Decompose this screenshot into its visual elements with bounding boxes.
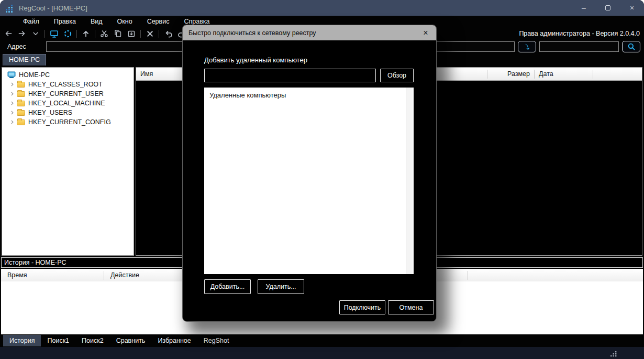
chevron-right-icon[interactable] [7,119,17,125]
tree-item-hkey-current-user[interactable]: HKEY_CURRENT_USER [2,89,134,99]
folder-icon [17,119,25,125]
minimize-button[interactable]: – [572,0,596,16]
column-date[interactable]: Дата [535,68,593,80]
tree-item-label: HKEY_CURRENT_CONFIG [28,118,111,126]
add-button[interactable]: Добавить... [204,279,251,294]
tree-item-label: HKEY_USERS [28,109,72,116]
bottom-tab-bar: История Поиск1 Поиск2 Сравнить Избранное… [0,334,644,347]
copy-icon[interactable] [112,28,124,39]
chevron-right-icon[interactable] [7,110,17,115]
remote-computers-list[interactable]: Удаленные компьютеры [204,88,414,274]
tab-search2[interactable]: Поиск2 [75,335,110,346]
title-bar: RegCool - [HOME-PC] – × [0,0,644,16]
maximize-button[interactable] [596,0,620,16]
menu-view[interactable]: Вид [83,17,110,26]
menu-file[interactable]: Файл [16,17,47,26]
tree-item-hkey-classes-root[interactable]: HKEY_CLASSES_ROOT [2,80,134,89]
menu-window[interactable]: Окно [110,17,140,26]
tab-favorites[interactable]: Избранное [151,335,197,346]
registry-tree: HOME-PC HKEY_CLASSES_ROOT HKEY_CURRENT_U… [2,67,134,256]
column-blank [593,68,642,80]
doc-tab-home-pc[interactable]: HOME-PC [3,54,46,66]
column-blank [468,269,643,281]
status-bar [0,347,644,359]
jump-to-key-button[interactable] [518,41,536,52]
cancel-button[interactable]: Отмена [388,300,434,314]
window-title: RegCool - [HOME-PC] [19,4,87,12]
remote-computer-input[interactable] [204,69,376,82]
search-button[interactable] [622,41,640,52]
tab-history[interactable]: История [3,335,41,346]
dialog-body: Добавить удаленный компьютер Обзор Удале… [183,56,436,314]
address-label: Адрес [7,43,46,50]
tree-item-label: HKEY_LOCAL_MACHINE [28,100,105,107]
network-lifebuoy-icon[interactable] [61,28,74,39]
minimize-icon: – [582,4,586,12]
toolbar-separator [159,30,159,38]
jump-arrow-icon [523,42,531,51]
column-size[interactable]: Размер [487,68,534,80]
tab-search1[interactable]: Поиск1 [41,335,75,346]
tree-root-home-pc[interactable]: HOME-PC [2,70,134,80]
admin-version-text: Права администратора - Версия 2.0.4.0 [519,30,644,37]
toolbar-separator [76,30,77,38]
tree-item-hkey-users[interactable]: HKEY_USERS [2,108,134,117]
connect-button[interactable]: Подключить [339,300,385,314]
tree-root-label: HOME-PC [19,71,50,79]
browse-button[interactable]: Обзор [380,69,414,82]
up-level-icon[interactable] [80,28,92,39]
close-icon: × [630,4,634,12]
maximize-icon [605,5,610,10]
folder-icon [17,101,25,106]
back-icon[interactable] [2,28,15,39]
forward-icon[interactable] [16,28,28,39]
computer-icon [7,71,16,79]
tree-item-hkey-local-machine[interactable]: HKEY_LOCAL_MACHINE [2,99,134,108]
toolbar-separator [95,30,95,38]
tree-item-label: HKEY_CURRENT_USER [28,90,104,97]
undo-icon[interactable] [162,28,174,39]
resize-grip-icon[interactable] [610,351,617,357]
paste-icon[interactable] [125,28,138,39]
folder-icon [17,82,25,88]
close-button[interactable]: × [620,0,644,16]
chevron-right-icon[interactable] [7,101,17,106]
connect-network-registry-dialog: Быстро подключиться к сетевому реестру ×… [183,25,436,321]
dialog-title: Быстро подключиться к сетевому реестру [188,29,316,37]
history-title-text: История - HOME-PC [4,259,66,266]
chevron-right-icon[interactable] [7,91,17,96]
delete-icon[interactable] [143,28,156,39]
app-logo-icon [5,4,14,13]
folder-icon [17,91,25,97]
dialog-title-bar: Быстро подключиться к сетевому реестру × [183,25,436,40]
toolbar-separator [45,30,45,38]
folder-icon [17,110,25,116]
remote-computers-list-header: Удаленные компьютеры [204,88,414,99]
tree-item-hkey-current-config[interactable]: HKEY_CURRENT_CONFIG [2,117,134,127]
close-icon: × [423,28,428,38]
regcool-window: RegCool - [HOME-PC] – × Файл Правка Вид … [0,0,644,359]
toolbar-separator [140,30,141,38]
column-time[interactable]: Время [1,269,104,281]
quick-search-input[interactable] [539,41,619,52]
history-dropdown-icon[interactable] [29,28,42,39]
cut-icon[interactable] [98,28,110,39]
scrollbar-track[interactable] [406,88,413,274]
menu-edit[interactable]: Правка [47,17,83,26]
chevron-right-icon[interactable] [7,82,17,87]
dialog-close-button[interactable]: × [415,25,436,40]
tree-item-label: HKEY_CLASSES_ROOT [28,81,103,88]
computer-icon[interactable] [48,28,60,39]
tab-regshot[interactable]: RegShot [197,335,236,346]
add-remote-computer-label: Добавить удаленный компьютер [204,56,414,64]
menu-service[interactable]: Сервис [140,17,177,26]
search-icon [627,42,636,51]
tab-compare[interactable]: Сравнить [110,335,152,346]
remove-button[interactable]: Удалить... [258,279,304,294]
